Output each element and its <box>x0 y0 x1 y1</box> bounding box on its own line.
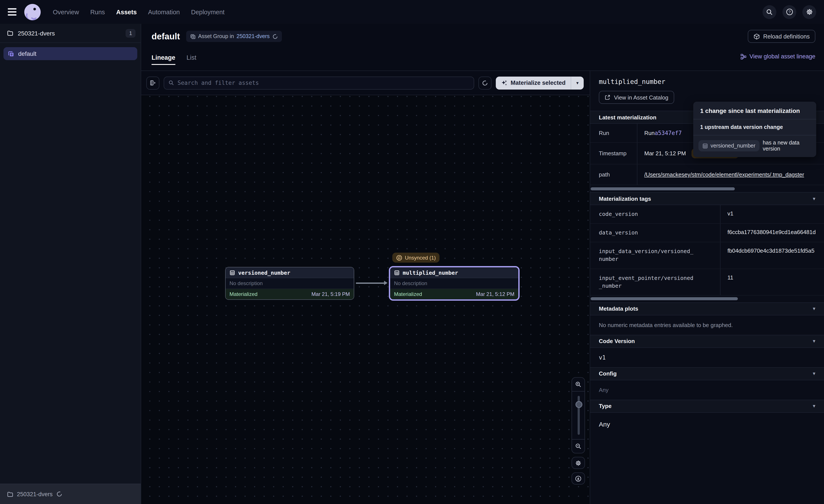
help-button[interactable]: ? <box>783 5 796 19</box>
zoom-in-button[interactable] <box>572 378 585 391</box>
unsynced-badge-label: Unsynced (1) <box>405 255 436 261</box>
type-value: Any <box>590 413 824 435</box>
lineage-toolbar: Materialize selected ▼ <box>141 71 590 95</box>
svg-text:?: ? <box>788 10 791 14</box>
menu-icon[interactable] <box>8 8 16 16</box>
toggle-panel-button[interactable] <box>146 76 159 89</box>
path-link[interactable]: /Users/smackesey/stm/code/elementl/exper… <box>644 171 804 178</box>
download-icon <box>575 475 582 482</box>
tab-list[interactable]: List <box>187 54 196 65</box>
section-materialization-tags: Materialization tags ▼ <box>590 192 824 205</box>
asset-detail-panel: multiplied_number View in Asset Catalog … <box>590 71 824 504</box>
sidebar-item-default[interactable]: default <box>3 47 137 60</box>
materialize-dropdown-button[interactable]: ▼ <box>571 81 584 85</box>
asset-pill-label: versioned_number <box>711 143 755 149</box>
collapse-triangle-icon[interactable]: ▼ <box>812 306 816 311</box>
download-image-button[interactable] <box>572 473 585 485</box>
panel-toggle-icon <box>149 80 156 86</box>
tag-value: fb04dcb6970e4c3d1873de51fd5a5 <box>721 243 815 269</box>
zoom-out-button[interactable] <box>572 439 585 453</box>
sidebar-footer[interactable]: 250321-dvers <box>0 484 141 504</box>
section-config: Config ▼ <box>590 367 824 380</box>
asset-search <box>164 76 474 89</box>
zoom-slider-handle[interactable] <box>575 401 582 408</box>
collapse-triangle-icon[interactable]: ▼ <box>812 196 816 201</box>
nav-item-overview[interactable]: Overview <box>53 8 79 15</box>
asset-node-description: No description <box>226 278 354 289</box>
tag-row: code_version v1 <box>590 205 824 224</box>
view-in-asset-catalog-label: View in Asset Catalog <box>614 94 668 101</box>
unsynced-badge-canvas[interactable]: Unsynced (1) <box>392 253 440 263</box>
collapse-triangle-icon[interactable]: ▼ <box>812 404 816 409</box>
nav-item-assets[interactable]: Assets <box>116 8 137 15</box>
zoom-out-icon <box>575 443 582 450</box>
search-input[interactable] <box>178 80 470 86</box>
top-nav: Overview Runs Assets Automation Deployme… <box>0 0 824 24</box>
lineage-canvas[interactable]: Unsynced (1) versioned_number No descrip… <box>141 95 590 504</box>
asset-group-tag: Asset Group in 250321-dvers <box>186 31 282 42</box>
asset-node-status: Materialized <box>394 291 422 297</box>
asset-group-tag-text: Asset Group in <box>198 33 234 39</box>
sparkle-icon <box>501 80 508 86</box>
section-type: Type ▼ <box>590 400 824 413</box>
sync-status-icon <box>396 255 402 261</box>
asset-node-timestamp: Mar 21, 5:12 PM <box>476 291 514 297</box>
refresh-graph-button[interactable] <box>479 76 492 89</box>
row-path: path /Users/smackesey/stm/code/elementl/… <box>590 164 824 185</box>
page-header: default Asset Group in 250321-dvers Relo… <box>141 24 824 71</box>
collapse-triangle-icon[interactable]: ▼ <box>812 339 816 344</box>
nav-item-runs[interactable]: Runs <box>90 8 105 15</box>
tag-row: input_data_version/versioned_number fb04… <box>590 243 824 269</box>
gear-icon <box>575 460 582 466</box>
asset-node-multiplied-number[interactable]: multiplied_number No description Materia… <box>389 266 520 301</box>
tag-row: input_event_pointer/versioned_number 11 <box>590 269 824 295</box>
settings-button[interactable] <box>802 5 816 19</box>
materialize-selected-label: Materialize selected <box>511 80 566 86</box>
tab-lineage[interactable]: Lineage <box>151 54 175 65</box>
view-global-asset-lineage-link[interactable]: View global asset lineage <box>740 53 815 65</box>
sidebar-group-header[interactable]: 250321-dvers 1 <box>0 24 141 43</box>
table-icon <box>229 270 235 275</box>
collapse-triangle-icon[interactable]: ▼ <box>812 371 816 376</box>
materialize-selected-button[interactable]: Materialize selected ▼ <box>496 76 584 89</box>
search-button[interactable] <box>762 5 777 19</box>
section-header-label: Materialization tags <box>599 195 651 202</box>
asset-pill[interactable]: versioned_number <box>699 140 759 151</box>
zoom-slider[interactable] <box>572 391 585 439</box>
asset-group-icon <box>8 50 14 57</box>
external-link-icon <box>605 94 611 100</box>
nav-item-automation[interactable]: Automation <box>148 8 180 15</box>
asset-node-description: No description <box>390 278 518 289</box>
config-value: Any <box>590 380 824 400</box>
reload-location-icon[interactable] <box>56 491 62 497</box>
nav-item-deployment[interactable]: Deployment <box>191 8 224 15</box>
section-header-label: Code Version <box>599 338 635 345</box>
reload-definitions-button[interactable]: Reload definitions <box>747 30 815 43</box>
dagster-logo-icon[interactable] <box>24 4 41 20</box>
asset-group-tag-link[interactable]: 250321-dvers <box>237 33 270 39</box>
section-header-label: Metadata plots <box>599 306 638 312</box>
horizontal-scrollbar[interactable] <box>590 185 824 192</box>
horizontal-scrollbar[interactable] <box>590 295 824 302</box>
run-id-link[interactable]: a5347ef7 <box>655 130 682 136</box>
graph-settings-button[interactable] <box>572 457 585 469</box>
asset-detail-title: multiplied_number <box>599 78 815 86</box>
refresh-icon[interactable] <box>272 33 278 39</box>
asset-node-versioned-number[interactable]: versioned_number No description Material… <box>225 267 354 300</box>
nav-links: Overview Runs Assets Automation Deployme… <box>53 8 224 15</box>
sidebar-footer-label: 250321-dvers <box>17 491 53 497</box>
row-key: Timestamp <box>590 143 637 164</box>
section-code-version: Code Version ▼ <box>590 335 824 348</box>
sidebar: 250321-dvers 1 default 250321-dvers <box>0 24 141 504</box>
folder-icon <box>7 491 13 497</box>
cube-reload-icon <box>753 33 760 39</box>
tooltip-subtitle: 1 upstream data version change <box>693 119 816 135</box>
dagster-app: Overview Runs Assets Automation Deployme… <box>0 0 824 504</box>
section-header-label: Type <box>599 403 612 409</box>
row-key: Run <box>590 124 637 142</box>
asset-node-name: versioned_number <box>238 269 290 276</box>
reload-definitions-label: Reload definitions <box>763 33 810 39</box>
zoom-controls <box>572 377 585 485</box>
view-in-asset-catalog-button[interactable]: View in Asset Catalog <box>599 91 674 104</box>
asset-node-status: Materialized <box>229 291 258 297</box>
